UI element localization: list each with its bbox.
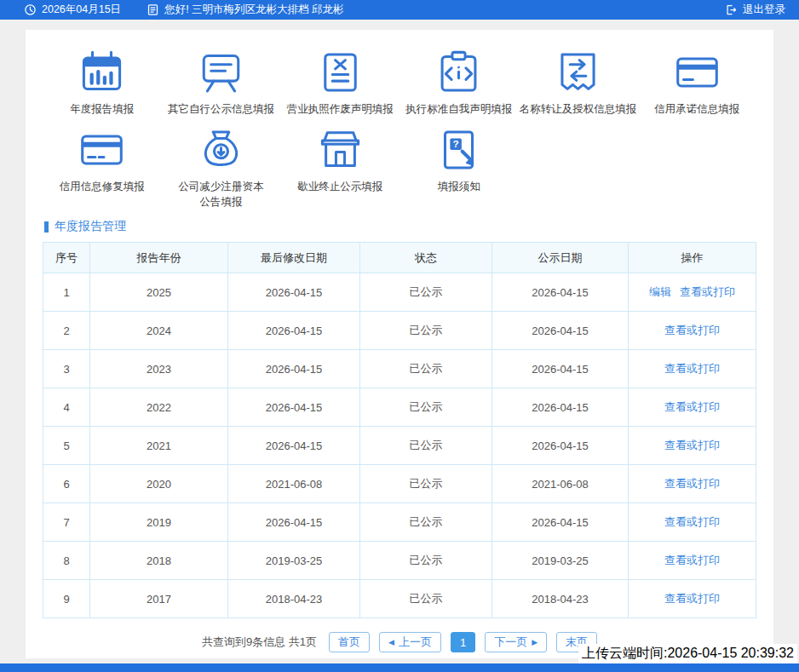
cell-index: 8 bbox=[43, 542, 90, 580]
first-page-button[interactable]: 首页 bbox=[329, 632, 370, 652]
bottom-strip bbox=[0, 663, 799, 672]
cell-actions: 查看或打印 bbox=[629, 465, 756, 503]
cell-publish-date: 2026-04-15 bbox=[492, 503, 629, 542]
menu-item[interactable]: ? 填报须知 bbox=[400, 127, 519, 210]
prev-page-label: 上一页 bbox=[399, 635, 432, 650]
view-print-link[interactable]: 查看或打印 bbox=[664, 439, 720, 451]
view-print-link[interactable]: 查看或打印 bbox=[664, 362, 720, 375]
table-header-row: 序号 报告年份 最后修改日期 状态 公示日期 操作 bbox=[43, 243, 756, 273]
cell-report-year: 2017 bbox=[90, 580, 228, 618]
table-row: 1 2025 2026-04-15 已公示 2026-04-15 编辑查看或打印 bbox=[43, 273, 756, 312]
cell-last-modified: 2026-04-15 bbox=[228, 312, 360, 350]
menu-item[interactable]: 其它自行公示信息填报 bbox=[162, 49, 281, 117]
view-print-link[interactable]: 查看或打印 bbox=[664, 400, 720, 413]
header-actions: 操作 bbox=[629, 243, 756, 273]
header-status: 状态 bbox=[360, 243, 492, 273]
credit-commitment-icon bbox=[673, 49, 721, 95]
cell-actions: 查看或打印 bbox=[629, 542, 756, 580]
menu-item[interactable]: 公司减少注册资本 公告填报 bbox=[162, 127, 281, 210]
next-page-label: 下一页 bbox=[494, 635, 527, 650]
filing-notice-icon: ? bbox=[434, 127, 483, 173]
next-page-button[interactable]: 下一页 ▶ bbox=[485, 632, 547, 652]
menu-item-label: 其它自行公示信息填报 bbox=[168, 101, 274, 117]
business-closure-icon bbox=[316, 127, 365, 173]
menu-item-label: 信用信息修复填报 bbox=[60, 179, 145, 194]
logout-label: 退出登录 bbox=[743, 3, 785, 17]
greeting-text: 您好! 三明市梅列区龙彬大排档 邱龙彬 bbox=[164, 3, 343, 17]
header-report-year: 报告年份 bbox=[90, 243, 228, 273]
section-marker-icon bbox=[44, 221, 49, 233]
cell-status: 已公示 bbox=[360, 542, 492, 580]
cell-index: 5 bbox=[43, 427, 90, 465]
menu-item[interactable]: 执行标准自我声明填报 bbox=[400, 49, 519, 117]
other-publicity-icon bbox=[197, 49, 245, 95]
left-arrow-icon: ◀ bbox=[388, 639, 394, 646]
cell-status: 已公示 bbox=[360, 427, 492, 465]
menu-item-label: 年度报告填报 bbox=[70, 101, 134, 117]
edit-link[interactable]: 编辑 bbox=[649, 285, 671, 298]
menu-item-label: 名称转让及授权信息填报 bbox=[520, 101, 637, 117]
cell-index: 4 bbox=[43, 388, 90, 427]
cell-last-modified: 2026-04-15 bbox=[228, 273, 360, 312]
cell-actions: 查看或打印 bbox=[629, 503, 756, 542]
section-title: 年度报告管理 bbox=[44, 219, 756, 234]
cell-index: 7 bbox=[43, 503, 90, 542]
view-print-link[interactable]: 查看或打印 bbox=[680, 285, 735, 298]
menu-grid: 年度报告填报 其它自行公示信息填报 营业执照作废声明填报 执行标准自我声明填报 … bbox=[43, 49, 756, 210]
menu-item[interactable]: 年度报告填报 bbox=[43, 49, 162, 117]
current-date: 2026年04月15日 bbox=[42, 3, 121, 17]
view-print-link[interactable]: 查看或打印 bbox=[664, 592, 720, 605]
prev-page-button[interactable]: ◀ 上一页 bbox=[379, 632, 441, 652]
cell-last-modified: 2026-04-15 bbox=[228, 350, 360, 388]
cell-publish-date: 2018-04-23 bbox=[492, 580, 629, 618]
table-row: 3 2023 2026-04-15 已公示 2026-04-15 查看或打印 bbox=[43, 350, 756, 388]
cell-status: 已公示 bbox=[360, 312, 492, 350]
cell-index: 6 bbox=[43, 465, 90, 503]
section-title-text: 年度报告管理 bbox=[55, 219, 126, 234]
cell-actions: 查看或打印 bbox=[629, 350, 756, 388]
cell-report-year: 2025 bbox=[90, 273, 228, 312]
table-row: 8 2018 2019-03-25 已公示 2019-03-25 查看或打印 bbox=[43, 542, 756, 580]
view-print-link[interactable]: 查看或打印 bbox=[664, 324, 720, 336]
current-page-button[interactable]: 1 bbox=[451, 632, 475, 652]
menu-item[interactable]: 营业执照作废声明填报 bbox=[280, 49, 400, 117]
view-print-link[interactable]: 查看或打印 bbox=[664, 515, 720, 528]
cell-publish-date: 2026-04-15 bbox=[492, 312, 629, 350]
menu-item-label: 营业执照作废声明填报 bbox=[287, 101, 394, 117]
cell-actions: 查看或打印 bbox=[629, 312, 756, 350]
date-display: 2026年04月15日 bbox=[24, 3, 121, 17]
cell-status: 已公示 bbox=[360, 580, 492, 618]
menu-item[interactable]: 信用信息修复填报 bbox=[43, 127, 162, 210]
header-publish-date: 公示日期 bbox=[492, 243, 629, 273]
svg-text:?: ? bbox=[453, 139, 459, 151]
table-row: 6 2020 2021-06-08 已公示 2021-06-08 查看或打印 bbox=[43, 465, 756, 503]
header-index: 序号 bbox=[43, 243, 90, 273]
menu-item[interactable]: 名称转让及授权信息填报 bbox=[519, 49, 638, 117]
cell-last-modified: 2019-03-25 bbox=[228, 542, 360, 580]
license-void-icon bbox=[316, 49, 365, 95]
cell-report-year: 2021 bbox=[90, 427, 228, 465]
cell-report-year: 2020 bbox=[90, 465, 228, 503]
logout-button[interactable]: 退出登录 bbox=[725, 3, 785, 17]
cell-status: 已公示 bbox=[360, 273, 492, 312]
header-last-modified: 最后修改日期 bbox=[228, 243, 360, 273]
table-body: 1 2025 2026-04-15 已公示 2026-04-15 编辑查看或打印… bbox=[43, 273, 756, 618]
right-arrow-icon: ▶ bbox=[532, 639, 537, 646]
menu-item[interactable]: 歇业终止公示填报 bbox=[280, 127, 400, 210]
cell-report-year: 2024 bbox=[90, 312, 228, 350]
cell-publish-date: 2026-04-15 bbox=[492, 273, 629, 312]
standard-declaration-icon bbox=[434, 49, 483, 95]
name-transfer-icon bbox=[554, 49, 602, 95]
cell-status: 已公示 bbox=[360, 388, 492, 427]
topbar: 2026年04月15日 您好! 三明市梅列区龙彬大排档 邱龙彬 退出登录 bbox=[0, 0, 799, 20]
view-print-link[interactable]: 查看或打印 bbox=[664, 477, 720, 490]
menu-item[interactable]: 信用承诺信息填报 bbox=[637, 49, 756, 117]
view-print-link[interactable]: 查看或打印 bbox=[664, 554, 720, 566]
cell-report-year: 2023 bbox=[90, 350, 228, 388]
menu-item-label: 填报须知 bbox=[438, 179, 480, 194]
cell-index: 1 bbox=[43, 273, 90, 312]
cell-publish-date: 2021-06-08 bbox=[492, 465, 629, 503]
cell-publish-date: 2026-04-15 bbox=[492, 388, 629, 427]
cell-report-year: 2018 bbox=[90, 542, 228, 580]
table-row: 9 2017 2018-04-23 已公示 2018-04-23 查看或打印 bbox=[43, 580, 756, 618]
